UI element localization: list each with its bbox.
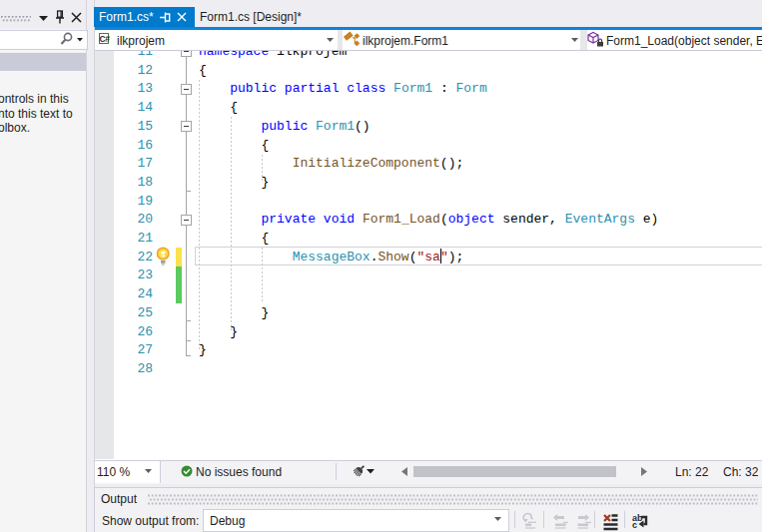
svg-text:c: c (632, 520, 637, 530)
